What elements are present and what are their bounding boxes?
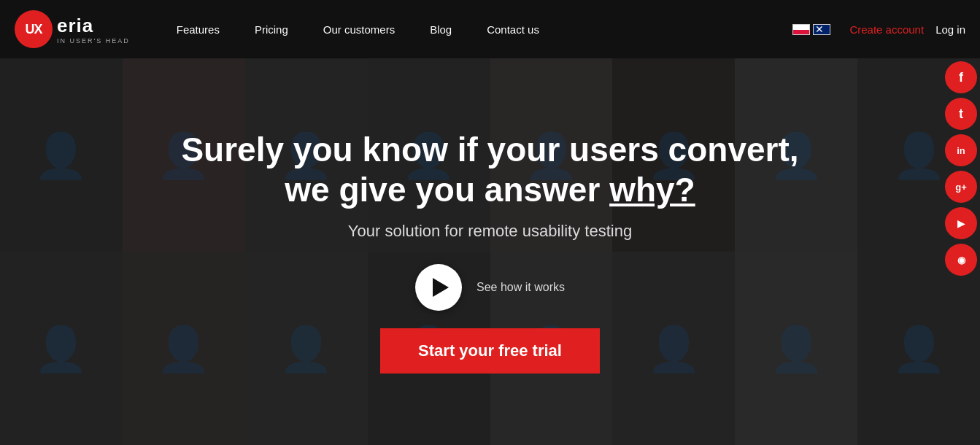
see-how-label: See how it works [477,281,565,294]
instagram-button[interactable]: ◉ [945,244,977,276]
logo-circle: UX [15,10,53,48]
logo[interactable]: UX eria IN USER'S HEAD [15,10,130,48]
create-account-link[interactable]: Create account [849,23,924,36]
logo-text: eria IN USER'S HEAD [57,15,130,44]
nav-contact-us[interactable]: Contact us [469,23,557,36]
hero-actions: See how it works [415,264,565,311]
hero-content: Surely you know if your users convert, w… [0,58,980,445]
nav-right: Create account Log in [792,23,965,36]
hero-heading-line1: Surely you know if your users convert, [181,131,798,169]
nav-links: Features Pricing Our customers Blog Cont… [159,23,793,36]
nav-features[interactable]: Features [159,23,237,36]
twitter-button[interactable]: t [945,98,977,130]
linkedin-button[interactable]: in [945,134,977,166]
social-bar: f t in g+ ▶ ◉ [945,58,980,277]
flag-poland[interactable] [792,24,810,35]
flag-uk[interactable] [813,24,830,35]
googleplus-button[interactable]: g+ [945,171,977,203]
login-link[interactable]: Log in [935,23,965,36]
logo-brand: eria [57,15,130,37]
hero-heading-keyword: why? [609,171,695,209]
cta-button[interactable]: Start your free trial [380,328,600,374]
hero-section: Surely you know if your users convert, w… [0,58,980,445]
nav-blog[interactable]: Blog [412,23,469,36]
facebook-button[interactable]: f [945,61,977,93]
nav-pricing[interactable]: Pricing [237,23,306,36]
flags [792,24,830,35]
hero-heading: Surely you know if your users convert, w… [181,130,798,210]
nav-our-customers[interactable]: Our customers [306,23,412,36]
youtube-button[interactable]: ▶ [945,207,977,239]
play-button[interactable] [415,264,462,311]
navbar: UX eria IN USER'S HEAD Features Pricing … [0,0,980,58]
logo-ux-text: UX [25,22,42,37]
logo-tagline: IN USER'S HEAD [57,37,130,44]
hero-heading-line2-prefix: we give you answer [285,171,609,209]
hero-subheading: Your solution for remote usability testi… [348,222,632,241]
